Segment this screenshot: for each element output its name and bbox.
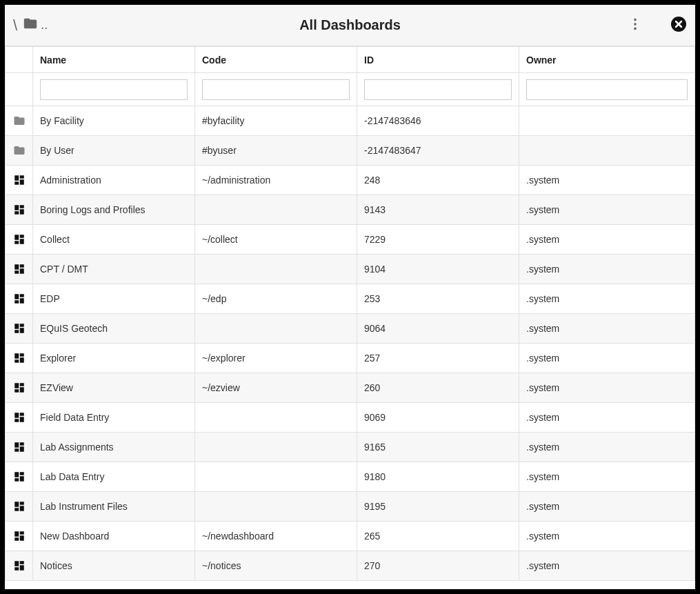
cell-code [195,462,357,492]
svg-rect-44 [14,472,19,477]
filter-input-name[interactable] [40,79,188,100]
breadcrumb-up[interactable]: \ .. [13,16,48,34]
row-icon-cell [6,225,33,255]
svg-rect-58 [14,567,19,571]
cell-code: ~/explorer [195,344,357,373]
table-row[interactable]: EZView~/ezview260.system [6,373,695,403]
close-button[interactable] [670,16,687,34]
svg-rect-12 [14,235,19,240]
panel-header: \ .. All Dashboards [5,5,695,46]
cell-id: 257 [357,344,519,373]
dashboard-icon [6,225,32,254]
svg-rect-29 [19,353,23,357]
more-options-button[interactable] [628,17,643,34]
svg-rect-10 [14,211,19,215]
table-row[interactable]: New Dashboard~/newdashboard265.system [6,522,695,551]
table-row[interactable]: Lab Assignments9165.system [6,433,695,462]
svg-rect-16 [14,264,19,270]
folder-icon [6,136,32,165]
row-icon-cell [6,551,33,581]
svg-rect-36 [14,413,19,418]
cell-name: Boring Logs and Profiles [33,195,195,225]
cell-name: Administration [33,166,195,195]
svg-rect-41 [19,442,23,446]
column-header-icon[interactable] [6,47,33,73]
cell-code [195,314,357,344]
table-header-row: Name Code ID Owner [6,47,695,73]
cell-name: New Dashboard [33,522,195,551]
cell-code [195,255,357,284]
table-row[interactable]: Lab Data Entry9180.system [6,462,695,492]
cell-name: Lab Assignments [33,433,195,462]
table-row[interactable]: Field Data Entry9069.system [6,403,695,433]
dashboard-icon [6,314,32,343]
cell-id: 7229 [357,225,519,255]
svg-rect-25 [19,324,23,327]
svg-rect-49 [19,502,23,505]
cell-id: 253 [357,284,519,314]
cell-name: CPT / DMT [33,255,195,284]
dashboard-icon [6,522,32,551]
cell-code [195,195,357,225]
cell-name: Lab Instrument Files [33,492,195,522]
svg-rect-56 [14,561,19,566]
svg-rect-27 [19,328,23,333]
row-icon-cell [6,284,33,314]
table-row[interactable]: By Facility#byfacility-2147483646 [6,106,695,136]
cell-owner: .system [519,166,695,195]
svg-rect-7 [19,179,23,185]
svg-rect-20 [14,294,19,299]
table-row[interactable]: Lab Instrument Files9195.system [6,492,695,522]
cell-name: EZView [33,373,195,403]
table-row[interactable]: CPT / DMT9104.system [6,255,695,284]
filter-input-owner[interactable] [526,79,688,100]
row-icon-cell [6,492,33,522]
svg-rect-59 [19,565,23,571]
row-icon-cell [6,166,33,195]
cell-owner [519,136,695,166]
table-row[interactable]: Notices~/notices270.system [6,551,695,581]
svg-point-1 [634,23,637,26]
svg-rect-48 [14,502,19,507]
column-header-owner[interactable]: Owner [519,47,695,73]
cell-id: 9165 [357,433,519,462]
cell-id: 9069 [357,403,519,433]
table-row[interactable]: EQuIS Geotech9064.system [6,314,695,344]
column-header-name[interactable]: Name [33,47,195,73]
dashboard-icon [6,166,32,195]
table-row[interactable]: Administration~/administration248.system [6,166,695,195]
table-row[interactable]: Boring Logs and Profiles9143.system [6,195,695,225]
cell-owner: .system [519,314,695,344]
table-row[interactable]: Collect~/collect7229.system [6,225,695,255]
cell-owner: .system [519,462,695,492]
table-row[interactable]: EDP~/edp253.system [6,284,695,314]
cell-owner: .system [519,225,695,255]
table-row[interactable]: Explorer~/explorer257.system [6,344,695,373]
dashboard-icon [6,403,32,432]
row-icon-cell [6,314,33,344]
cell-name: By Facility [33,106,195,136]
folder-icon [6,106,32,135]
row-icon-cell [6,433,33,462]
svg-rect-53 [19,531,23,535]
svg-rect-28 [14,353,19,359]
cell-owner: .system [519,195,695,225]
cell-id: 270 [357,551,519,581]
table-scroll-area[interactable]: Name Code ID Owner By Facility#byfacilit [5,46,695,589]
column-header-code[interactable]: Code [195,47,357,73]
filter-input-code[interactable] [202,79,350,100]
table-row[interactable]: By User#byuser-2147483647 [6,136,695,166]
row-icon-cell [6,195,33,225]
svg-rect-32 [14,383,19,388]
filter-input-id[interactable] [364,79,512,100]
cell-id: -2147483646 [357,106,519,136]
row-icon-cell [6,522,33,551]
dashboard-icon [6,344,32,373]
cell-id: 9064 [357,314,519,344]
cell-owner: .system [519,373,695,403]
column-header-id[interactable]: ID [357,47,519,73]
cell-id: 248 [357,166,519,195]
svg-rect-19 [19,268,23,274]
svg-rect-18 [14,270,19,274]
cell-name: Explorer [33,344,195,373]
